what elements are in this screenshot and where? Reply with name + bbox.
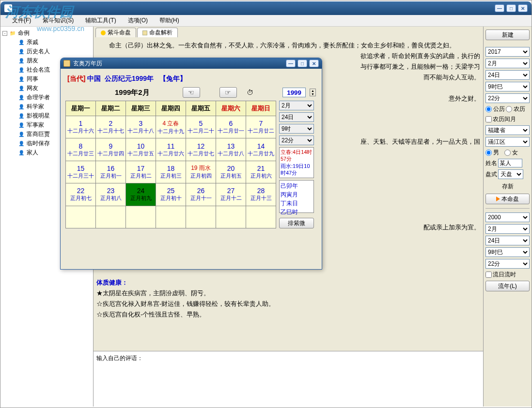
name-input[interactable] bbox=[498, 159, 522, 167]
calendar-window: 玄奥万年历 — □ ✕ [当代] 中国 公历纪元1999年 【兔年】 1999年… bbox=[60, 58, 322, 270]
leap-checkbox[interactable] bbox=[485, 116, 492, 122]
day-number: 15 bbox=[67, 165, 94, 172]
ganzhi-box: 己卯年 丙寅月 丁未日 乙巳时 bbox=[279, 180, 314, 213]
natal-chart-button[interactable]: 本命盘 bbox=[485, 194, 530, 204]
year-down-button[interactable]: ▼ bbox=[310, 92, 315, 96]
doc-line: ☆疾厄宫化禄入财帛宫-财运佳，钱赚得轻松，较有长辈贵人助。 bbox=[96, 299, 480, 309]
month-select[interactable]: 2月 bbox=[485, 59, 530, 68]
hour2-select[interactable]: 9时巳 bbox=[485, 247, 530, 257]
calendar-day[interactable]: 13十二月廿八 bbox=[216, 138, 246, 161]
menu-tools[interactable]: 辅助工具(T) bbox=[81, 15, 120, 26]
calendar-day[interactable]: 17正月初二 bbox=[126, 161, 156, 183]
collapse-icon[interactable]: - bbox=[2, 31, 7, 36]
weekday-header: 星期四 bbox=[156, 101, 186, 116]
tree-item-label: 科学家 bbox=[27, 103, 44, 111]
menu-options[interactable]: 选项(O) bbox=[124, 15, 152, 26]
cal-minimize-button[interactable]: — bbox=[286, 60, 296, 67]
side-hour-select[interactable]: 9时 bbox=[279, 124, 314, 134]
calendar-day[interactable]: 24正月初九 bbox=[126, 183, 156, 206]
tree-item-label: 朋友 bbox=[27, 57, 38, 65]
calendar-day[interactable]: 25正月初十 bbox=[156, 183, 186, 206]
calendar-day[interactable]: 15十二月三十 bbox=[66, 161, 96, 183]
month2-select[interactable]: 2月 bbox=[485, 224, 530, 234]
day-select[interactable]: 24日 bbox=[485, 70, 530, 80]
liunian-button[interactable]: 流年(L) bbox=[485, 281, 530, 291]
calendar-day[interactable]: 1十二月十六 bbox=[66, 116, 96, 138]
side-min-select[interactable]: 22分 bbox=[279, 136, 314, 145]
calendar-day[interactable]: 23正月初八 bbox=[96, 183, 126, 206]
lunar-radio[interactable] bbox=[506, 106, 512, 112]
calendar-day[interactable]: 8十二月廿三 bbox=[66, 138, 96, 161]
calendar-day[interactable]: 5十二月二十 bbox=[186, 116, 216, 138]
calendar-day[interactable]: 18正月初三 bbox=[156, 161, 186, 183]
solar-radio[interactable] bbox=[485, 106, 492, 112]
calendar-day[interactable]: 21正月初六 bbox=[246, 161, 276, 183]
calendar-day bbox=[96, 206, 126, 228]
minute2-select[interactable]: 22分 bbox=[485, 259, 530, 269]
side-day-select[interactable]: 24日 bbox=[279, 112, 314, 122]
year-input[interactable] bbox=[282, 88, 306, 97]
calendar-day[interactable]: 27正月十二 bbox=[216, 183, 246, 206]
cal-close-button[interactable]: ✕ bbox=[309, 60, 319, 67]
calendar-day[interactable]: 20正月初五 bbox=[216, 161, 246, 183]
save-button[interactable]: 存新 bbox=[485, 181, 530, 192]
tree-item[interactable]: 👤历史名人 bbox=[18, 47, 91, 56]
new-button[interactable]: 新建 bbox=[485, 30, 530, 40]
cal-maximize-button[interactable]: □ bbox=[297, 60, 307, 67]
panshi-select[interactable]: 天盘 bbox=[498, 169, 523, 179]
side-month-select[interactable]: 2月 bbox=[279, 101, 314, 110]
lunar-date: 正月初三 bbox=[157, 172, 185, 180]
watermark-url: www.pc0359.cn bbox=[37, 25, 84, 32]
liuri-checkbox[interactable] bbox=[485, 272, 492, 278]
calendar-day[interactable]: 16正月初一 bbox=[96, 161, 126, 183]
doc-icon bbox=[142, 30, 147, 35]
day2-select[interactable]: 24日 bbox=[485, 236, 530, 245]
day-number: 13 bbox=[217, 142, 245, 150]
close-button[interactable]: ✕ bbox=[518, 4, 528, 12]
calendar-day[interactable]: 7十二月廿二 bbox=[246, 116, 276, 138]
calendar-titlebar[interactable]: 玄奥万年历 — □ ✕ bbox=[61, 58, 322, 69]
calendar-day[interactable]: 22正月初七 bbox=[66, 183, 96, 206]
year2-select[interactable]: 2000 bbox=[485, 212, 530, 222]
female-radio[interactable] bbox=[504, 150, 511, 156]
calendar-day[interactable]: 2十二月十七 bbox=[96, 116, 126, 138]
solar-term: 4 立春 bbox=[162, 120, 179, 127]
province-select[interactable]: 福建省 bbox=[485, 125, 530, 135]
paiziwei-button[interactable]: 排紫微 bbox=[279, 218, 314, 228]
next-button[interactable]: ☞ bbox=[219, 87, 237, 98]
lunar-date: 十二月十六 bbox=[67, 127, 94, 135]
male-radio[interactable] bbox=[485, 150, 492, 156]
tab-chart[interactable]: 紫斗命盘 bbox=[95, 28, 136, 37]
tree-item-label: 亲戚 bbox=[27, 38, 38, 46]
lunar-date: 正月十三 bbox=[247, 195, 275, 202]
lunar-date: 十二月廿四 bbox=[97, 150, 125, 157]
year-select[interactable]: 2017 bbox=[485, 47, 530, 57]
district-select[interactable]: 涵江区 bbox=[485, 137, 530, 147]
tab-analysis[interactable]: 命盘解析 bbox=[137, 28, 178, 37]
calendar-day[interactable]: 3十二月十八 bbox=[126, 116, 156, 138]
tree-item[interactable]: 👤亲戚 bbox=[18, 38, 91, 47]
minimize-button[interactable]: — bbox=[495, 4, 504, 12]
calendar-day[interactable]: 26正月十一 bbox=[186, 183, 216, 206]
calendar-day[interactable]: 28正月十三 bbox=[246, 183, 276, 206]
calendar-day[interactable]: 19 雨水正月初四 bbox=[186, 161, 216, 183]
tree-item-label: 命理学者 bbox=[27, 93, 50, 102]
calendar-day[interactable]: 12十二月廿七 bbox=[186, 138, 216, 161]
calendar-day[interactable]: 14十二月廿九 bbox=[246, 138, 276, 161]
maximize-button[interactable]: □ bbox=[506, 4, 516, 12]
calendar-day[interactable]: 9十二月廿四 bbox=[96, 138, 126, 161]
minute-select[interactable]: 22分 bbox=[485, 93, 530, 103]
calendar-type-radio: 公历 农历 bbox=[485, 105, 530, 113]
lunar-date: 正月初五 bbox=[217, 172, 245, 180]
menu-help[interactable]: 帮助(H) bbox=[156, 15, 183, 26]
year-up-button[interactable]: ▲ bbox=[310, 89, 315, 92]
prev-button[interactable]: ☜ bbox=[183, 87, 200, 98]
comment-input[interactable]: 输入自己的评语： bbox=[94, 351, 483, 407]
person-icon: 👤 bbox=[18, 48, 25, 55]
calendar-day[interactable]: 4 立春十二月十九 bbox=[156, 116, 186, 138]
day-number: 21 bbox=[247, 165, 275, 172]
hour-select[interactable]: 9时巳 bbox=[485, 82, 530, 91]
calendar-day[interactable]: 6十二月廿一 bbox=[216, 116, 246, 138]
calendar-day[interactable]: 11十二月廿六 bbox=[156, 138, 186, 161]
calendar-day[interactable]: 10十二月廿五 bbox=[126, 138, 156, 161]
